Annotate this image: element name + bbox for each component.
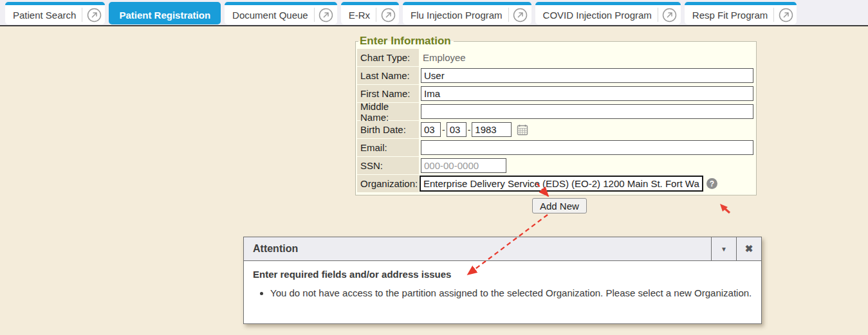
chart-type-row: Chart Type: Employee — [357, 49, 755, 66]
tab-resp-fit-program[interactable]: Resp Fit Program — [685, 2, 797, 24]
tab-label: E-Rx — [349, 10, 370, 21]
ssn-row: SSN: — [357, 157, 755, 174]
open-in-new-icon[interactable] — [777, 6, 794, 23]
enter-information-fieldset: Enter Information Chart Type: Employee L… — [355, 35, 757, 195]
last-name-label: Last Name: — [357, 67, 419, 84]
birth-month-input[interactable] — [421, 122, 441, 137]
tab-label: COVID Injection Program — [543, 10, 652, 21]
tab-document-queue[interactable]: Document Queue — [225, 2, 337, 24]
chart-type-value: Employee — [421, 52, 466, 63]
tab-label: Document Queue — [232, 10, 308, 21]
attention-panel: Attention ▼ ✖ Enter required fields and/… — [243, 237, 762, 324]
attention-title: Attention — [244, 237, 711, 260]
birth-year-input[interactable] — [472, 122, 512, 137]
email-row: Email: — [357, 139, 755, 156]
add-new-button[interactable]: Add New — [532, 198, 587, 213]
birth-date-label: Birth Date: — [357, 121, 419, 138]
tab-patient-registration[interactable]: Patient Registration — [109, 2, 221, 24]
middle-name-input[interactable] — [421, 104, 753, 119]
email-input[interactable] — [421, 140, 753, 155]
birth-day-input[interactable] — [447, 122, 466, 137]
attention-header: Attention ▼ ✖ — [244, 237, 761, 261]
attention-heading: Enter required fields and/or address iss… — [253, 269, 752, 280]
tab-label: Patient Registration — [119, 10, 210, 21]
collapse-icon[interactable]: ▼ — [711, 237, 736, 260]
tab-flu-injection-program[interactable]: Flu Injection Program — [403, 2, 531, 24]
open-in-new-icon[interactable] — [661, 6, 678, 23]
date-separator: - — [442, 125, 445, 135]
ssn-label: SSN: — [357, 157, 419, 174]
first-name-input[interactable] — [421, 86, 753, 101]
attention-list-item: You do not have access to the partition … — [270, 287, 752, 298]
middle-name-label: Middle Name: — [357, 103, 419, 120]
help-icon[interactable]: ? — [706, 178, 717, 189]
red-cursor-icon — [720, 204, 730, 213]
last-name-row: Last Name: — [357, 67, 755, 84]
organization-input[interactable] — [420, 176, 703, 192]
organization-row: Organization: ? — [357, 175, 755, 192]
tab-divider — [773, 8, 774, 22]
middle-name-row: Middle Name: — [357, 103, 755, 120]
first-name-label: First Name: — [357, 85, 419, 102]
tab-divider — [508, 8, 509, 22]
birth-date-row: Birth Date: - - — [357, 121, 755, 138]
tab-label: Resp Fit Program — [692, 10, 768, 21]
date-separator: - — [468, 125, 471, 135]
open-in-new-icon[interactable] — [380, 6, 396, 23]
chart-type-label: Chart Type: — [357, 49, 419, 66]
tab-e-rx[interactable]: E-Rx — [341, 2, 399, 24]
tab-divider — [658, 8, 658, 22]
tab-bar: Patient Search Patient Registration Docu… — [0, 0, 868, 26]
first-name-row: First Name: — [357, 85, 755, 102]
organization-label: Organization: — [357, 175, 419, 192]
calendar-icon[interactable] — [517, 124, 528, 136]
open-in-new-icon[interactable] — [318, 6, 335, 23]
tab-label: Flu Injection Program — [411, 10, 503, 21]
open-in-new-icon[interactable] — [512, 6, 529, 23]
tab-divider — [82, 8, 82, 22]
email-label: Email: — [357, 139, 419, 156]
open-in-new-icon[interactable] — [86, 6, 102, 23]
tab-divider — [376, 8, 376, 22]
ssn-input[interactable] — [421, 158, 506, 173]
attention-list: You do not have access to the partition … — [270, 287, 752, 298]
tab-patient-search[interactable]: Patient Search — [5, 2, 105, 24]
tab-divider — [314, 8, 315, 22]
tab-label: Patient Search — [13, 10, 76, 21]
fieldset-legend: Enter Information — [358, 35, 454, 48]
attention-body: Enter required fields and/or address iss… — [244, 261, 761, 298]
close-icon[interactable]: ✖ — [736, 237, 761, 260]
last-name-input[interactable] — [421, 68, 753, 83]
tab-covid-injection-program[interactable]: COVID Injection Program — [535, 2, 681, 24]
